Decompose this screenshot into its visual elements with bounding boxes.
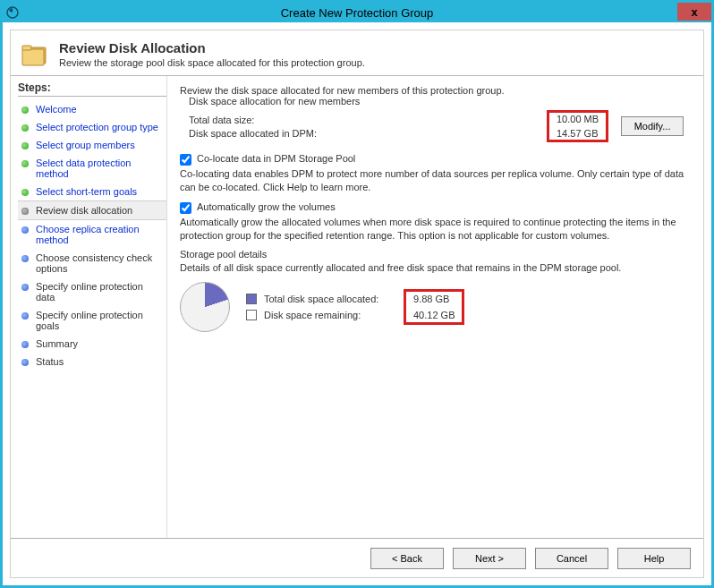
step-label: Welcome xyxy=(36,104,77,115)
pool-desc: Details of all disk space currently allo… xyxy=(180,261,691,275)
step-bullet-icon xyxy=(21,124,29,132)
step-label: Status xyxy=(36,356,64,367)
step-bullet-icon xyxy=(21,160,29,167)
dpm-alloc-value: 14.57 GB xyxy=(557,128,599,139)
step-bullet-icon xyxy=(21,208,29,215)
page-subtitle: Review the storage pool disk space alloc… xyxy=(59,57,365,68)
step-label: Select group members xyxy=(36,140,135,150)
svg-rect-3 xyxy=(22,46,31,50)
modify-button[interactable]: Modify... xyxy=(621,116,684,136)
autogrow-checkbox[interactable] xyxy=(180,202,191,214)
step-label: Select protection group type xyxy=(36,122,158,132)
steps-sidebar: Steps: WelcomeSelect protection group ty… xyxy=(11,76,167,538)
step-bullet-icon xyxy=(21,341,29,348)
step-bullet-icon xyxy=(21,284,29,291)
legend-allocated-swatch xyxy=(246,294,257,304)
step-label: Review disk allocation xyxy=(36,205,132,216)
step-item[interactable]: Summary xyxy=(18,335,166,353)
next-button[interactable]: Next > xyxy=(453,548,526,569)
pool-allocated-label: Total disk space allocated: xyxy=(264,294,404,304)
pool-group-title: Storage pool details xyxy=(180,249,267,260)
cancel-button[interactable]: Cancel xyxy=(535,548,608,569)
step-bullet-icon xyxy=(21,359,29,366)
close-button[interactable]: x xyxy=(677,3,711,21)
intro-text: Review the disk space allocated for new … xyxy=(180,85,691,96)
step-item[interactable]: Select group members xyxy=(18,136,166,154)
legend-remaining-swatch xyxy=(246,310,257,320)
step-item[interactable]: Status xyxy=(18,353,166,371)
pool-pie-chart xyxy=(180,282,230,332)
close-icon: x xyxy=(691,5,697,19)
autogrow-desc: Automatically grow the allocated volumes… xyxy=(180,216,691,243)
step-bullet-icon xyxy=(21,255,29,262)
total-size-label: Total data size: xyxy=(189,115,421,125)
step-item[interactable]: Specify online protection data xyxy=(18,277,166,306)
step-item[interactable]: Welcome xyxy=(18,100,166,118)
step-item[interactable]: Select protection group type xyxy=(18,118,166,136)
pool-remaining-value: 40.12 GB xyxy=(413,310,455,320)
steps-heading: Steps: xyxy=(18,81,166,97)
step-label: Select short-term goals xyxy=(36,186,137,197)
pool-remaining-label: Disk space remaining: xyxy=(264,310,404,320)
dpm-alloc-label: Disk space allocated in DPM: xyxy=(189,128,421,139)
page-title: Review Disk Allocation xyxy=(59,40,365,55)
step-item[interactable]: Select short-term goals xyxy=(18,183,166,200)
step-item[interactable]: Select data protection method xyxy=(18,154,166,183)
step-label: Select data protection method xyxy=(36,158,165,179)
step-bullet-icon xyxy=(21,142,29,149)
step-item[interactable]: Choose replica creation method xyxy=(18,220,166,249)
step-bullet-icon xyxy=(21,226,29,234)
autogrow-label: Automatically grow the volumes xyxy=(197,201,336,212)
dialog-body: Review Disk Allocation Review the storag… xyxy=(10,30,704,578)
step-item[interactable]: Review disk allocation xyxy=(18,200,166,220)
step-label: Summary xyxy=(36,338,78,349)
page-header: Review Disk Allocation Review the storag… xyxy=(11,30,703,75)
back-button[interactable]: < Back xyxy=(370,548,444,569)
titlebar[interactable]: Create New Protection Group x xyxy=(3,3,711,22)
alloc-values-highlight: 10.00 MB 14.57 GB xyxy=(547,110,608,142)
colocate-desc: Co-locating data enables DPM to protect … xyxy=(180,167,691,194)
step-item[interactable]: Specify online protection goals xyxy=(18,306,166,335)
svg-rect-2 xyxy=(22,49,44,65)
colocate-checkbox[interactable] xyxy=(180,154,191,166)
alloc-group-title: Disk space allocation for new members xyxy=(189,96,360,107)
step-label: Choose replica creation method xyxy=(36,224,165,245)
window-title: Create New Protection Group xyxy=(3,6,711,20)
folder-icon xyxy=(21,39,50,68)
dialog-window: Create New Protection Group x Review Dis… xyxy=(0,0,714,588)
step-label: Specify online protection goals xyxy=(36,310,165,331)
total-size-value: 10.00 MB xyxy=(557,114,599,124)
help-button[interactable]: Help xyxy=(617,548,691,569)
pool-values-highlight: 9.88 GB 40.12 GB xyxy=(404,289,464,325)
pool-allocated-value: 9.88 GB xyxy=(413,294,455,304)
step-bullet-icon xyxy=(21,189,29,196)
content-pane: Review the disk space allocated for new … xyxy=(167,76,703,538)
step-bullet-icon xyxy=(21,107,29,114)
colocate-label: Co-locate data in DPM Storage Pool xyxy=(197,153,355,164)
step-bullet-icon xyxy=(21,312,29,320)
step-label: Specify online protection data xyxy=(36,281,165,303)
step-item[interactable]: Choose consistency check options xyxy=(18,249,166,277)
step-label: Choose consistency check options xyxy=(36,252,165,274)
footer-buttons: < Back Next > Cancel Help xyxy=(11,538,703,577)
